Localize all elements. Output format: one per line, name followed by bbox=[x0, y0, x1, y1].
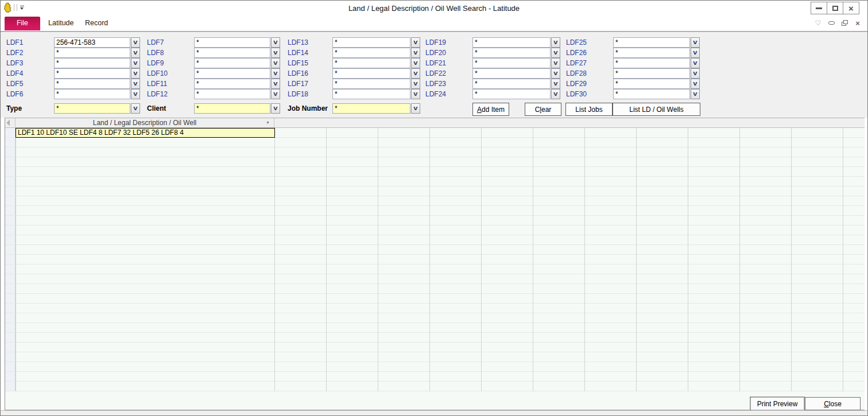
ldf-combobox-ldf4-value[interactable]: * bbox=[54, 68, 130, 79]
ldf-combobox-ldf5-dropdown-button[interactable]: v bbox=[131, 79, 140, 89]
minimize-button[interactable] bbox=[811, 2, 827, 14]
ldf-combobox-ldf24-dropdown-button[interactable]: v bbox=[551, 89, 560, 99]
type-combobox-value[interactable]: * bbox=[54, 103, 130, 114]
ldf-combobox-ldf25-dropdown-button[interactable]: v bbox=[691, 37, 700, 48]
ldf-combobox-ldf14-dropdown-button[interactable]: v bbox=[411, 48, 420, 58]
client-combobox-dropdown-button[interactable]: v bbox=[271, 103, 280, 114]
ldf-combobox-ldf18-value[interactable]: * bbox=[332, 89, 410, 99]
ldf-combobox-ldf9-dropdown-button[interactable]: v bbox=[271, 58, 280, 68]
print-preview-button[interactable]: Print Preview bbox=[750, 397, 804, 410]
ldf-combobox-ldf25[interactable]: *v bbox=[613, 37, 700, 48]
ldf-combobox-ldf8[interactable]: *v bbox=[194, 48, 280, 58]
filter-dropdown-icon[interactable]: ▼ bbox=[264, 119, 272, 127]
ldf-combobox-ldf7-dropdown-button[interactable]: v bbox=[271, 37, 280, 48]
client-combobox[interactable]: *v bbox=[194, 103, 280, 114]
table-row-empty[interactable] bbox=[5, 304, 865, 313]
add-item-button[interactable]: Add Item bbox=[472, 103, 509, 116]
ldf-combobox-ldf8-value[interactable]: * bbox=[194, 48, 270, 58]
ldf-combobox-ldf30[interactable]: *v bbox=[613, 89, 700, 99]
favorite-heart-icon[interactable]: ♡ bbox=[814, 20, 822, 26]
ldf-combobox-ldf19-value[interactable]: * bbox=[472, 37, 551, 48]
clear-button[interactable]: Clear bbox=[525, 103, 561, 116]
table-row-empty[interactable] bbox=[5, 226, 865, 235]
ribbon-close-icon[interactable]: × bbox=[854, 20, 862, 26]
ldf-combobox-ldf23-value[interactable]: * bbox=[472, 79, 551, 89]
selected-row-land-legal-description[interactable]: LDF1 10 LDF10 SE LDF4 8 LDF7 32 LDF5 26 … bbox=[16, 128, 275, 138]
ldf-combobox-ldf10-dropdown-button[interactable]: v bbox=[271, 68, 280, 79]
ldf-combobox-ldf9[interactable]: *v bbox=[194, 58, 280, 68]
ldf-combobox-ldf24-value[interactable]: * bbox=[472, 89, 551, 99]
ldf-combobox-ldf19-dropdown-button[interactable]: v bbox=[551, 37, 560, 48]
ldf-combobox-ldf13-value[interactable]: * bbox=[332, 37, 410, 48]
tab-record[interactable]: Record bbox=[77, 17, 116, 30]
table-row-empty[interactable] bbox=[5, 138, 865, 147]
ldf-combobox-ldf26-dropdown-button[interactable]: v bbox=[691, 48, 700, 58]
type-combobox[interactable]: *v bbox=[54, 103, 140, 114]
ldf-combobox-ldf23-dropdown-button[interactable]: v bbox=[551, 79, 560, 89]
ldf-combobox-ldf7-value[interactable]: * bbox=[194, 37, 270, 48]
ldf-combobox-ldf13-dropdown-button[interactable]: v bbox=[411, 37, 420, 48]
ldf-combobox-ldf21-dropdown-button[interactable]: v bbox=[551, 58, 560, 68]
ldf-combobox-ldf15[interactable]: *v bbox=[332, 58, 420, 68]
ldf-combobox-ldf25-value[interactable]: * bbox=[613, 37, 690, 48]
table-row-empty[interactable] bbox=[5, 265, 865, 274]
ldf-combobox-ldf5[interactable]: *v bbox=[54, 79, 140, 89]
table-row-empty[interactable] bbox=[5, 177, 865, 186]
tab-latitude[interactable]: Latitude bbox=[40, 17, 82, 30]
ldf-combobox-ldf6-dropdown-button[interactable]: v bbox=[131, 89, 140, 99]
ldf-combobox-ldf23[interactable]: *v bbox=[472, 79, 560, 89]
ldf-combobox-ldf15-value[interactable]: * bbox=[332, 58, 410, 68]
ldf-combobox-ldf27[interactable]: *v bbox=[613, 58, 700, 68]
ldf-combobox-ldf10[interactable]: *v bbox=[194, 68, 280, 79]
ldf-combobox-ldf22-value[interactable]: * bbox=[472, 68, 551, 79]
ldf-combobox-ldf15-dropdown-button[interactable]: v bbox=[411, 58, 420, 68]
type-combobox-dropdown-button[interactable]: v bbox=[131, 103, 140, 114]
job-number-combobox-dropdown-button[interactable]: v bbox=[411, 103, 420, 114]
ldf-combobox-ldf24[interactable]: *v bbox=[472, 89, 560, 99]
ldf-combobox-ldf20[interactable]: *v bbox=[472, 48, 560, 58]
ldf-combobox-ldf10-value[interactable]: * bbox=[194, 68, 270, 79]
maximize-button[interactable] bbox=[827, 2, 843, 14]
ldf-combobox-ldf3-value[interactable]: * bbox=[54, 58, 130, 68]
ldf-combobox-ldf9-value[interactable]: * bbox=[194, 58, 270, 68]
ldf-combobox-ldf3[interactable]: *v bbox=[54, 58, 140, 68]
tab-file[interactable]: File bbox=[5, 17, 40, 30]
table-row-empty[interactable] bbox=[5, 147, 865, 157]
ldf-combobox-ldf21[interactable]: *v bbox=[472, 58, 560, 68]
ldf-combobox-ldf29[interactable]: *v bbox=[613, 79, 700, 89]
table-row-empty[interactable] bbox=[5, 186, 865, 196]
ldf-combobox-ldf3-dropdown-button[interactable]: v bbox=[131, 58, 140, 68]
ldf-combobox-ldf29-dropdown-button[interactable]: v bbox=[691, 79, 700, 89]
table-row-empty[interactable] bbox=[5, 362, 865, 372]
ldf-combobox-ldf8-dropdown-button[interactable]: v bbox=[271, 48, 280, 58]
ldf-combobox-ldf27-value[interactable]: * bbox=[613, 58, 690, 68]
table-row-empty[interactable] bbox=[5, 343, 865, 352]
table-row-empty[interactable] bbox=[5, 196, 865, 206]
table-row-empty[interactable] bbox=[5, 313, 865, 323]
table-row-empty[interactable] bbox=[5, 352, 865, 362]
table-row-empty[interactable] bbox=[5, 333, 865, 343]
ldf-combobox-ldf17[interactable]: *v bbox=[332, 79, 420, 89]
table-row-empty[interactable] bbox=[5, 206, 865, 216]
ldf-combobox-ldf2-value[interactable]: * bbox=[54, 48, 130, 58]
ldf-combobox-ldf22-dropdown-button[interactable]: v bbox=[551, 68, 560, 79]
ldf-combobox-ldf12-value[interactable]: * bbox=[194, 89, 270, 99]
ldf-combobox-ldf16[interactable]: *v bbox=[332, 68, 420, 79]
ldf-combobox-ldf20-dropdown-button[interactable]: v bbox=[551, 48, 560, 58]
ldf-combobox-ldf17-value[interactable]: * bbox=[332, 79, 410, 89]
table-row-empty[interactable] bbox=[5, 157, 865, 167]
ldf-combobox-ldf11-value[interactable]: * bbox=[194, 79, 270, 89]
ldf-combobox-ldf12[interactable]: *v bbox=[194, 89, 280, 99]
ldf-combobox-ldf16-value[interactable]: * bbox=[332, 68, 410, 79]
ldf-combobox-ldf1-dropdown-button[interactable]: v bbox=[131, 37, 140, 48]
table-row-empty[interactable] bbox=[5, 245, 865, 255]
close-button[interactable]: × bbox=[843, 2, 859, 14]
ldf-combobox-ldf14-value[interactable]: * bbox=[332, 48, 410, 58]
ldf-combobox-ldf12-dropdown-button[interactable]: v bbox=[271, 89, 280, 99]
job-number-combobox[interactable]: *v bbox=[332, 103, 420, 114]
table-row-empty[interactable] bbox=[5, 284, 865, 294]
ldf-combobox-ldf30-value[interactable]: * bbox=[613, 89, 690, 99]
table-row-empty[interactable] bbox=[5, 372, 865, 382]
ldf-combobox-ldf16-dropdown-button[interactable]: v bbox=[411, 68, 420, 79]
ldf-combobox-ldf1-value[interactable]: 256-471-583 bbox=[54, 37, 130, 48]
